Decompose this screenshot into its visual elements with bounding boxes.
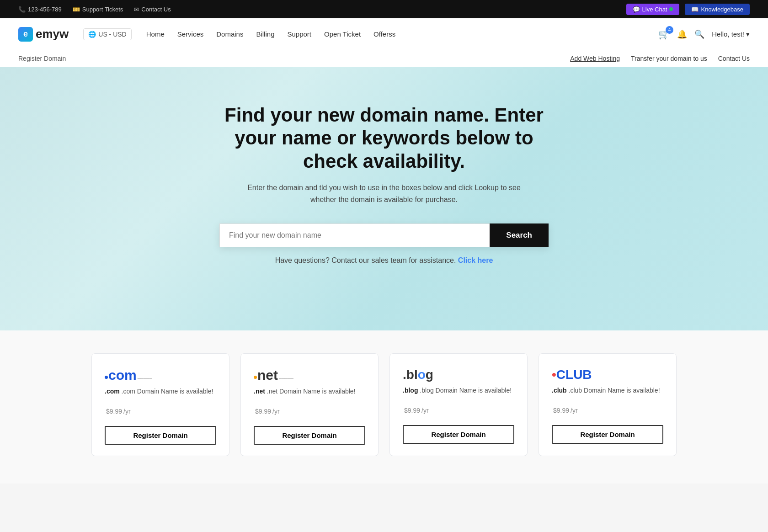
currency-selector[interactable]: 🌐 US - USD [83,28,131,40]
hero-heading: Find your new domain name. Enter your na… [224,104,544,173]
hero-section: Find your new domain name. Enter your na… [0,67,768,330]
club-logo: •CLUB [552,367,663,382]
chat-icon: 💬 [633,6,640,13]
search-icon: 🔍 [694,30,704,39]
blog-logo: .blog [403,367,514,382]
chevron-down-icon: ▾ [746,30,750,38]
nav-offerss[interactable]: Offerss [373,30,395,38]
blog-price: $9.99/yr [403,400,514,416]
breadcrumb-current: Register Domain [18,55,66,62]
header-left: e emyw 🌐 US - USD Home Services Domains … [18,27,395,42]
breadcrumb-bar: Register Domain Add Web Hosting Transfer… [0,50,768,67]
nav-domains[interactable]: Domains [216,30,243,38]
ticket-icon: 🎫 [73,6,80,13]
breadcrumb-link-contact[interactable]: Contact Us [718,55,750,62]
club-register-button[interactable]: Register Domain [552,425,663,444]
com-register-button[interactable]: Register Domain [105,426,216,445]
breadcrumb-links: Add Web Hosting Transfer your domain to … [570,55,750,62]
cart-button[interactable]: 🛒 4 [658,29,670,40]
logo[interactable]: e emyw [18,27,69,42]
domain-search-button[interactable]: Search [490,223,549,247]
hero-help-link[interactable]: Click here [458,256,493,264]
book-icon: 📖 [691,6,699,13]
net-register-button[interactable]: Register Domain [254,426,365,445]
net-availability: .net .net Domain Name is available! [254,388,365,395]
breadcrumb-link-add-hosting[interactable]: Add Web Hosting [570,55,620,62]
domain-card-blog: .blog .blog .blog Domain Name is availab… [389,353,528,456]
topbar-right: 💬 Live Chat 📖 Knowledgebase [626,4,750,15]
support-tickets-link[interactable]: 🎫 Support Tickets [73,6,123,13]
phone-number: 📞 123-456-789 [18,6,62,13]
hero-subtext: Enter the domain and tld you wish to use… [247,182,521,205]
breadcrumb-link-transfer[interactable]: Transfer your domain to us [631,55,707,62]
header: e emyw 🌐 US - USD Home Services Domains … [0,18,768,50]
domain-card-com: com ───── .com .com Domain Name is avail… [91,353,229,456]
blog-register-button[interactable]: Register Domain [403,425,514,444]
topbar: 📞 123-456-789 🎫 Support Tickets ✉ Contac… [0,0,768,18]
blog-availability: .blog .blog Domain Name is available! [403,387,514,394]
user-menu[interactable]: Hello, test! ▾ [712,30,750,38]
logo-icon: e [18,27,33,42]
logo-text: emyw [36,27,69,41]
phone-icon: 📞 [18,6,26,13]
search-button-header[interactable]: 🔍 [694,29,704,39]
net-price: $9.99/yr [254,401,365,417]
topbar-contact-link[interactable]: ✉ Contact Us [134,6,171,13]
hero-help-note: Have questions? Contact our sales team f… [275,255,493,266]
net-dot-icon [254,376,257,379]
mail-icon: ✉ [134,6,139,13]
nav-home[interactable]: Home [146,30,165,38]
live-chat-button[interactable]: 💬 Live Chat [626,4,680,15]
header-right: 🛒 4 🔔 🔍 Hello, test! ▾ [658,29,750,40]
online-indicator [669,7,673,11]
domain-card-net: net ───── .net .net Domain Name is avail… [240,353,379,456]
com-availability: .com .com Domain Name is available! [105,388,216,395]
nav-open-ticket[interactable]: Open Ticket [324,30,361,38]
user-greeting: Hello, test! [712,30,744,38]
nav-services[interactable]: Services [177,30,204,38]
club-price: $9.99/yr [552,400,663,416]
bell-icon: 🔔 [677,30,687,39]
com-dot-icon [105,376,108,379]
com-price: $9.99/yr [105,401,216,417]
domain-cards-grid: com ───── .com .com Domain Name is avail… [91,353,677,456]
main-nav: Home Services Domains Billing Support Op… [146,30,395,38]
globe-icon: 🌐 [88,31,96,38]
domain-search-input[interactable] [219,223,490,247]
nav-support[interactable]: Support [287,30,311,38]
com-logo: com ───── [105,367,216,383]
domain-card-club: •CLUB .club .club Domain Name is availab… [539,353,677,456]
domain-search-bar: Search [219,223,549,247]
nav-billing[interactable]: Billing [256,30,274,38]
club-availability: .club .club Domain Name is available! [552,387,663,394]
net-logo: net ───── [254,367,365,383]
notifications-button[interactable]: 🔔 [677,29,687,39]
domain-cards-section: com ───── .com .com Domain Name is avail… [0,330,768,484]
cart-badge: 4 [666,26,673,34]
topbar-left: 📞 123-456-789 🎫 Support Tickets ✉ Contac… [18,6,171,13]
knowledgebase-button[interactable]: 📖 Knowledgebase [685,4,750,15]
